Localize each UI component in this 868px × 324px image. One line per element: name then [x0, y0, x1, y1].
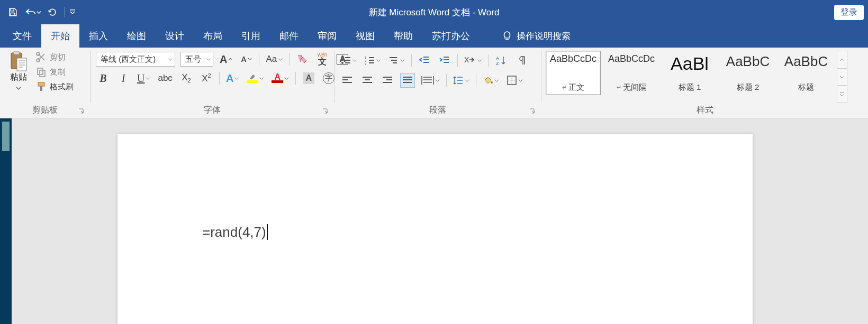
align-left-button[interactable]	[340, 73, 355, 88]
phonetic-guide-button[interactable]: wén文	[315, 52, 330, 67]
clear-formatting-button[interactable]	[295, 52, 310, 67]
qat-customize-button[interactable]	[67, 4, 78, 20]
tab-设计[interactable]: 设计	[156, 24, 194, 48]
bullets-button[interactable]	[340, 53, 358, 68]
tab-文件[interactable]: 文件	[3, 24, 41, 48]
font-size-combo[interactable]: 五号	[180, 52, 213, 67]
page[interactable]: =rand(4,7)	[117, 134, 753, 324]
group-paragraph: 123 X AZ	[334, 48, 541, 118]
styles-expand[interactable]	[837, 85, 847, 103]
lightbulb-icon	[502, 31, 512, 41]
tab-引用[interactable]: 引用	[232, 24, 270, 48]
tab-帮助[interactable]: 帮助	[384, 24, 422, 48]
vertical-ruler[interactable]	[0, 118, 12, 324]
save-button[interactable]	[4, 4, 21, 20]
change-case-button[interactable]: Aa	[265, 52, 284, 67]
style-正文[interactable]: AaBbCcDc↵正文	[546, 51, 601, 95]
font-name-combo[interactable]: 等线 (西文正文)	[96, 52, 175, 67]
copy-label: 复制	[50, 67, 66, 77]
text-direction-button[interactable]: X	[463, 53, 483, 68]
character-shading-button[interactable]: A	[301, 71, 316, 86]
tab-苏打办公[interactable]: 苏打办公	[422, 24, 480, 48]
underline-button[interactable]: U	[136, 71, 151, 86]
show-marks-button[interactable]	[514, 53, 529, 68]
style-无间隔[interactable]: AaBbCcDc↵无间隔	[604, 51, 659, 95]
paste-button[interactable]: 粘贴	[3, 50, 34, 92]
tab-审阅[interactable]: 审阅	[308, 24, 346, 48]
page-scroll[interactable]: =rand(4,7)	[12, 118, 868, 324]
sort-button[interactable]: AZ	[494, 53, 509, 68]
svg-text:Z: Z	[496, 61, 499, 66]
copy-button[interactable]: 复制	[34, 66, 76, 78]
align-center-button[interactable]	[360, 73, 375, 88]
cut-button[interactable]: 剪切	[34, 51, 76, 63]
styles-scroll-down[interactable]	[837, 68, 847, 86]
paste-dropdown-icon[interactable]	[16, 83, 21, 92]
style-标题 1[interactable]: AaBl标题 1	[662, 51, 717, 95]
cut-label: 剪切	[50, 52, 66, 62]
tab-视图[interactable]: 视图	[346, 24, 384, 48]
text-effects-button[interactable]: A	[225, 71, 240, 86]
brush-icon	[36, 81, 47, 92]
tab-布局[interactable]: 布局	[194, 24, 232, 48]
group-font: 等线 (西文正文) 五号 A A Aa wén文 A	[91, 48, 334, 118]
paragraph-group-label: 段落	[429, 105, 446, 116]
undo-button[interactable]	[22, 4, 43, 20]
line-spacing-icon	[453, 75, 464, 86]
format-painter-button[interactable]: 格式刷	[34, 80, 76, 93]
paragraph-launcher[interactable]	[527, 106, 537, 116]
style-标题 2[interactable]: AaBbC标题 2	[720, 51, 775, 95]
paste-icon	[10, 51, 28, 72]
align-distributed-button[interactable]	[420, 73, 441, 88]
bold-button[interactable]: B	[96, 71, 111, 86]
document-area: =rand(4,7)	[0, 118, 868, 324]
svg-point-19	[491, 81, 493, 84]
tab-开始[interactable]: 开始	[41, 24, 79, 48]
redo-button[interactable]	[44, 4, 61, 20]
subscript-button[interactable]: X2	[179, 71, 194, 86]
font-color-button[interactable]: A	[270, 71, 290, 86]
shading-button[interactable]	[482, 73, 500, 88]
enclose-icon: 字	[323, 72, 334, 84]
sign-in-button[interactable]: 登录	[834, 5, 864, 20]
numbering-icon: 123	[365, 55, 375, 65]
increase-indent-button[interactable]	[437, 53, 452, 68]
qat-separator	[64, 7, 65, 17]
ribbon: 粘贴 剪切 复制 格式刷 剪贴板	[0, 48, 868, 118]
line-spacing-button[interactable]	[452, 73, 471, 88]
styles-scroll-up[interactable]	[837, 51, 847, 68]
tab-绘图[interactable]: 绘图	[117, 24, 156, 48]
font-launcher[interactable]	[320, 106, 330, 116]
font-size-value: 五号	[185, 54, 201, 64]
tell-me-search[interactable]: 操作说明搜索	[493, 24, 579, 48]
tab-邮件[interactable]: 邮件	[270, 24, 308, 48]
numbering-button[interactable]: 123	[364, 53, 382, 68]
align-right-button[interactable]	[380, 73, 395, 88]
copy-icon	[36, 67, 47, 77]
superscript-button[interactable]: X2	[199, 71, 214, 86]
sort-icon: AZ	[496, 55, 507, 66]
borders-button[interactable]	[505, 73, 524, 88]
style-标题[interactable]: AaBbC标题	[779, 51, 834, 95]
undo-dropdown-icon[interactable]	[37, 10, 41, 15]
clipboard-launcher[interactable]	[76, 106, 86, 116]
font-color-icon: A	[272, 73, 283, 83]
borders-icon	[507, 75, 517, 86]
align-left-icon	[342, 76, 352, 85]
highlight-button[interactable]	[246, 71, 265, 86]
italic-button[interactable]: I	[116, 71, 131, 86]
align-justify-button[interactable]	[400, 73, 415, 88]
strikethrough-button[interactable]: abc	[157, 71, 173, 86]
outdent-icon	[419, 55, 430, 65]
multilevel-list-button[interactable]	[387, 53, 406, 68]
tab-插入[interactable]: 插入	[79, 24, 117, 48]
document-body-text[interactable]: =rand(4,7)	[202, 224, 266, 240]
align-justify-icon	[402, 76, 413, 85]
shrink-font-button[interactable]: A	[239, 52, 254, 67]
bucket-icon	[483, 75, 493, 86]
grow-font-button[interactable]: A	[219, 52, 233, 67]
styles-group-label: 样式	[697, 105, 713, 116]
svg-text:A: A	[496, 55, 499, 61]
decrease-indent-button[interactable]	[417, 53, 432, 68]
svg-rect-8	[38, 82, 44, 86]
